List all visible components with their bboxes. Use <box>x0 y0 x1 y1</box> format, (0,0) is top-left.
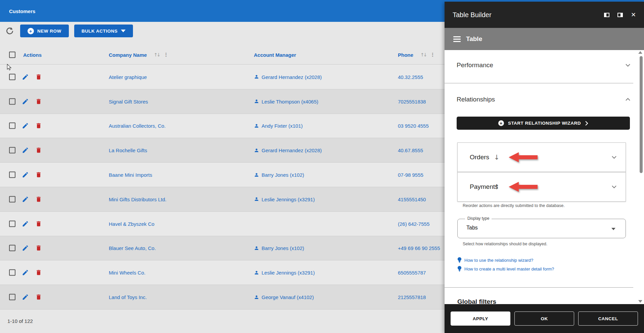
delete-row-button[interactable] <box>35 73 42 80</box>
relationship-card-orders[interactable]: Orders ↓ <box>457 142 626 172</box>
section-performance[interactable]: Performance <box>457 61 493 69</box>
column-header-manager[interactable]: Account Manager <box>254 52 296 58</box>
edit-row-button[interactable] <box>22 98 29 105</box>
edit-row-button[interactable] <box>22 220 29 227</box>
dock-right-icon[interactable] <box>617 13 623 17</box>
sort-icon[interactable]: ↑↓ <box>154 52 159 57</box>
column-header-company[interactable]: Company Name <box>109 52 147 58</box>
company-link[interactable]: Blauer See Auto, Co. <box>109 245 156 251</box>
manager-cell[interactable]: George Vanauf (x4102) <box>254 294 314 300</box>
start-relationship-wizard-button[interactable]: + START RELATIONSHIP WIZARD <box>457 117 630 130</box>
cancel-button[interactable]: CANCEL <box>578 311 638 326</box>
edit-row-button[interactable] <box>22 122 29 129</box>
row-checkbox[interactable] <box>9 147 15 154</box>
edit-row-button[interactable] <box>22 73 29 80</box>
column-menu-icon[interactable]: ⋮ <box>430 52 435 58</box>
delete-row-button[interactable] <box>35 220 42 227</box>
delete-row-button[interactable] <box>35 294 42 301</box>
manager-cell[interactable]: Barry Jones (x102) <box>254 245 304 251</box>
phone-value[interactable]: 4155551450 <box>398 196 426 202</box>
select-all-checkbox[interactable] <box>9 52 15 58</box>
scroll-up-icon[interactable] <box>638 51 642 54</box>
row-checkbox[interactable] <box>9 123 15 129</box>
move-up-icon[interactable]: ↑ <box>494 183 500 191</box>
manager-cell[interactable]: Leslie Thompson (x4065) <box>254 98 318 104</box>
close-icon[interactable]: ✕ <box>631 12 636 18</box>
phone-value[interactable]: (26) 642-7555 <box>398 221 429 226</box>
manager-cell[interactable]: Leslie Jennings (x3291) <box>254 196 315 202</box>
trash-icon <box>35 122 42 129</box>
chevron-down-icon[interactable] <box>625 64 631 67</box>
company-link[interactable]: Baane Mini Imports <box>109 172 152 178</box>
scrollbar-thumb[interactable] <box>640 56 643 173</box>
edit-row-button[interactable] <box>22 269 29 276</box>
refresh-button[interactable] <box>5 26 15 36</box>
chevron-down-icon[interactable] <box>611 156 617 159</box>
scroll-down-icon[interactable] <box>638 300 642 303</box>
manager-cell[interactable]: Gerard Hernandez (x2028) <box>254 74 322 80</box>
bulk-actions-button[interactable]: BULK ACTIONS <box>74 25 133 37</box>
delete-row-button[interactable] <box>35 196 42 203</box>
company-link[interactable]: Mini Gifts Distributors Ltd. <box>109 196 167 202</box>
company-link[interactable]: Atelier graphique <box>109 74 147 80</box>
manager-cell[interactable]: Leslie Jennings (x3291) <box>254 270 315 276</box>
section-relationships[interactable]: Relationships <box>457 96 495 103</box>
company-link[interactable]: Land of Toys Inc. <box>109 294 147 300</box>
manager-link: Leslie Jennings (x3291) <box>262 270 315 276</box>
company-link[interactable]: Australian Collectors, Co. <box>109 123 166 129</box>
row-checkbox[interactable] <box>9 98 15 105</box>
row-checkbox[interactable] <box>9 269 15 276</box>
company-link[interactable]: Havel & Zbyszek Co <box>109 221 154 226</box>
edit-row-button[interactable] <box>22 196 29 203</box>
company-link[interactable]: Mini Wheels Co. <box>109 270 145 276</box>
delete-row-button[interactable] <box>35 245 42 252</box>
pencil-icon <box>22 73 29 80</box>
company-link[interactable]: Signal Gift Stores <box>109 98 148 104</box>
row-checkbox[interactable] <box>9 220 15 227</box>
edit-row-button[interactable] <box>22 294 29 301</box>
phone-value[interactable]: 7025551838 <box>398 98 426 104</box>
delete-row-button[interactable] <box>35 147 42 154</box>
row-checkbox[interactable] <box>9 74 15 80</box>
phone-value[interactable]: 6505555787 <box>398 270 426 276</box>
pencil-icon <box>22 147 29 154</box>
edit-row-button[interactable] <box>22 245 29 252</box>
dock-left-icon[interactable] <box>604 13 609 17</box>
edit-row-button[interactable] <box>22 147 29 154</box>
row-checkbox[interactable] <box>9 196 15 202</box>
new-row-button[interactable]: + NEW ROW <box>20 25 69 37</box>
delete-row-button[interactable] <box>35 98 42 105</box>
display-type-select[interactable]: Display type Tabs <box>457 219 626 238</box>
edit-row-button[interactable] <box>22 171 29 178</box>
row-checkbox[interactable] <box>9 172 15 178</box>
delete-row-button[interactable] <box>35 171 42 178</box>
plus-icon: + <box>28 28 34 34</box>
chevron-up-icon[interactable] <box>625 98 631 101</box>
phone-value[interactable]: 40.67.8555 <box>398 148 423 153</box>
help-link-wizard[interactable]: How to use the relationship wizard? <box>457 257 533 263</box>
delete-row-button[interactable] <box>35 122 42 129</box>
phone-value[interactable]: 07-98 9555 <box>398 172 423 178</box>
company-link[interactable]: La Rochelle Gifts <box>109 148 147 153</box>
phone-value[interactable]: +49 69 66 90 2555 <box>398 245 440 251</box>
column-header-phone[interactable]: Phone <box>398 52 413 58</box>
help-link-master-detail[interactable]: How to create a multi level master detai… <box>457 266 554 272</box>
manager-cell[interactable]: Barry Jones (x102) <box>254 172 304 178</box>
chevron-down-icon[interactable] <box>611 185 617 189</box>
manager-cell[interactable]: Andy Fixter (x101) <box>254 123 303 129</box>
phone-value[interactable]: 40.32.2555 <box>398 74 423 80</box>
relationship-card-payments[interactable]: Payments ↑ <box>457 172 626 202</box>
delete-row-button[interactable] <box>35 269 42 276</box>
column-menu-icon[interactable]: ⋮ <box>164 52 169 58</box>
manager-cell[interactable]: Gerard Hernandez (x2028) <box>254 148 322 153</box>
move-down-icon[interactable]: ↓ <box>494 153 500 161</box>
row-checkbox[interactable] <box>9 294 15 300</box>
row-checkbox[interactable] <box>9 245 15 251</box>
ok-button[interactable]: OK <box>514 311 574 326</box>
apply-button[interactable]: APPLY <box>451 311 510 326</box>
panel-section-bar[interactable]: Table <box>445 28 644 50</box>
phone-value[interactable]: 03 9520 4555 <box>398 123 429 129</box>
chevron-right-icon <box>585 121 588 126</box>
phone-value[interactable]: 2125557818 <box>398 294 426 300</box>
sort-icon[interactable]: ↑↓ <box>420 52 426 57</box>
